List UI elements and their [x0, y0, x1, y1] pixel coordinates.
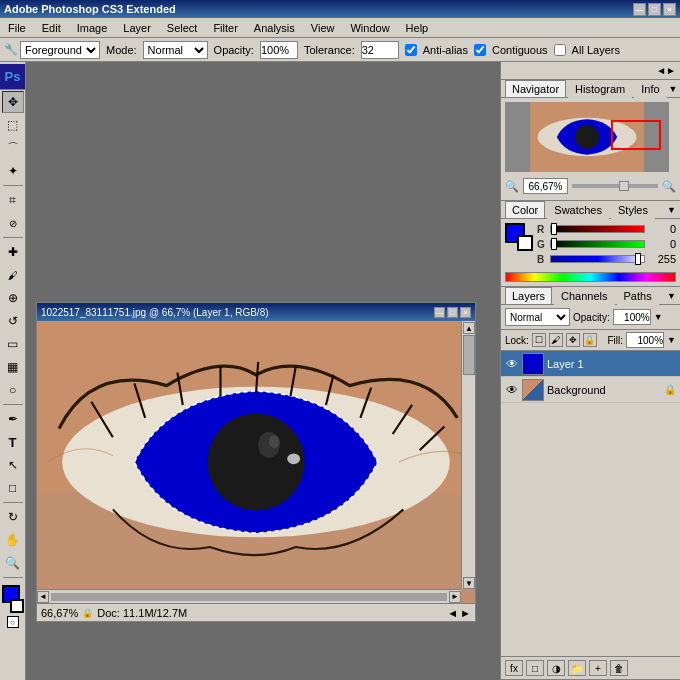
opacity-input[interactable]: 100% [613, 309, 651, 325]
hand-tool[interactable]: ✋ [2, 529, 24, 551]
scroll-thumb-v[interactable] [463, 335, 475, 375]
lock-image-btn[interactable]: 🖌 [549, 333, 563, 347]
lock-position-btn[interactable]: ✥ [566, 333, 580, 347]
tolerance-input[interactable]: 32 [361, 41, 399, 59]
contiguous-checkbox[interactable] [474, 44, 486, 56]
tab-color[interactable]: Color [505, 201, 545, 218]
brush-tool[interactable]: 🖌 [2, 264, 24, 286]
shape-tool[interactable]: □ [2, 477, 24, 499]
color-spectrum[interactable] [505, 272, 676, 282]
panel-expand-right[interactable]: ► [666, 65, 676, 76]
tab-histogram[interactable]: Histogram [568, 80, 632, 98]
minimize-button[interactable]: — [633, 3, 646, 16]
healing-tool[interactable]: ✚ [2, 241, 24, 263]
eyedropper-tool[interactable]: ⊘ [2, 212, 24, 234]
g-slider-thumb[interactable] [551, 238, 557, 250]
close-button[interactable]: × [663, 3, 676, 16]
new-layer-btn[interactable]: + [589, 660, 607, 676]
menu-help[interactable]: Help [402, 20, 433, 36]
doc-maximize[interactable]: □ [447, 307, 458, 318]
layer-item-layer1[interactable]: 👁 Layer 1 [501, 351, 680, 377]
blend-mode-select[interactable]: Normal [505, 308, 570, 326]
lock-all-btn[interactable]: 🔒 [583, 333, 597, 347]
gradient-tool[interactable]: ▦ [2, 356, 24, 378]
nav-next[interactable]: ► [460, 607, 471, 619]
zoom-out-icon[interactable]: 🔍 [505, 180, 519, 193]
b-slider-thumb[interactable] [635, 253, 641, 265]
r-slider-thumb[interactable] [551, 223, 557, 235]
tab-channels[interactable]: Channels [554, 287, 614, 305]
document-scrollbar-v[interactable]: ▲ ▼ [461, 321, 475, 589]
canvas-area[interactable]: 1022517_83111751.jpg @ 66,7% (Layer 1, R… [26, 62, 500, 680]
r-slider-track[interactable] [550, 225, 645, 233]
magic-wand-tool[interactable]: ✦ [2, 160, 24, 182]
text-tool[interactable]: T [2, 431, 24, 453]
zoom-tool[interactable]: 🔍 [2, 552, 24, 574]
all-layers-checkbox[interactable] [554, 44, 566, 56]
scroll-down[interactable]: ▼ [463, 577, 475, 589]
menu-file[interactable]: File [4, 20, 30, 36]
layer-item-background[interactable]: 👁 Background 🔒 [501, 377, 680, 403]
lock-transparent-btn[interactable]: ☐ [532, 333, 546, 347]
tab-swatches[interactable]: Swatches [547, 201, 609, 219]
menu-layer[interactable]: Layer [119, 20, 155, 36]
layer-mask-btn[interactable]: □ [526, 660, 544, 676]
menu-filter[interactable]: Filter [209, 20, 241, 36]
menu-window[interactable]: Window [346, 20, 393, 36]
g-slider-track[interactable] [550, 240, 645, 248]
quick-mask-btn[interactable]: ○ [7, 616, 19, 628]
opacity-input[interactable]: 100% [260, 41, 298, 59]
scroll-up[interactable]: ▲ [463, 322, 475, 334]
opacity-arrow[interactable]: ▼ [654, 312, 663, 322]
layer1-visibility[interactable]: 👁 [505, 357, 519, 371]
history-tool[interactable]: ↺ [2, 310, 24, 332]
3d-tool[interactable]: ↻ [2, 506, 24, 528]
menu-view[interactable]: View [307, 20, 339, 36]
nav-slider-thumb[interactable] [619, 181, 629, 191]
tab-info[interactable]: Info [634, 80, 666, 98]
nav-zoom-input[interactable]: 66,67% [523, 178, 568, 194]
doc-window-buttons[interactable]: — □ × [434, 307, 471, 318]
fill-arrow[interactable]: ▼ [667, 335, 676, 345]
color-panel-menu[interactable]: ▼ [667, 205, 676, 215]
eraser-tool[interactable]: ▭ [2, 333, 24, 355]
nav-prev[interactable]: ◄ [447, 607, 458, 619]
clone-tool[interactable]: ⊕ [2, 287, 24, 309]
document-scrollbar-h[interactable]: ◄ ► [37, 589, 461, 603]
layer-adjustment-btn[interactable]: ◑ [547, 660, 565, 676]
doc-minimize[interactable]: — [434, 307, 445, 318]
dodge-tool[interactable]: ○ [2, 379, 24, 401]
title-bar-buttons[interactable]: — □ × [633, 3, 676, 16]
layer-group-btn[interactable]: 📁 [568, 660, 586, 676]
background-visibility[interactable]: 👁 [505, 383, 519, 397]
tab-paths[interactable]: Paths [617, 287, 659, 305]
move-tool[interactable]: ✥ [2, 91, 24, 113]
color-background-swatch[interactable] [517, 235, 533, 251]
nav-zoom-slider[interactable] [572, 184, 658, 188]
b-slider-track[interactable] [550, 255, 645, 263]
menu-analysis[interactable]: Analysis [250, 20, 299, 36]
mode-dropdown[interactable]: Normal [143, 41, 208, 59]
background-color[interactable] [10, 599, 24, 613]
marquee-tool[interactable]: ⬚ [2, 114, 24, 136]
maximize-button[interactable]: □ [648, 3, 661, 16]
tab-styles[interactable]: Styles [611, 201, 655, 219]
menu-edit[interactable]: Edit [38, 20, 65, 36]
pen-tool[interactable]: ✒ [2, 408, 24, 430]
delete-layer-btn[interactable]: 🗑 [610, 660, 628, 676]
doc-close[interactable]: × [460, 307, 471, 318]
menu-select[interactable]: Select [163, 20, 202, 36]
panel-menu-btn[interactable]: ▼ [669, 84, 678, 94]
tool-dropdown[interactable]: Foreground [20, 41, 100, 59]
layers-panel-menu[interactable]: ▼ [667, 291, 676, 301]
lasso-tool[interactable]: ⌒ [2, 137, 24, 159]
color-swatches-area[interactable] [0, 585, 26, 613]
anti-alias-checkbox[interactable] [405, 44, 417, 56]
layer-fx-btn[interactable]: fx [505, 660, 523, 676]
tab-navigator[interactable]: Navigator [505, 80, 566, 97]
menu-image[interactable]: Image [73, 20, 112, 36]
panel-collapse-left[interactable]: ◄ [656, 65, 666, 76]
tab-layers[interactable]: Layers [505, 287, 552, 304]
document-content[interactable]: ▲ ▼ ◄ ► [37, 321, 475, 603]
zoom-in-icon[interactable]: 🔍 [662, 180, 676, 193]
